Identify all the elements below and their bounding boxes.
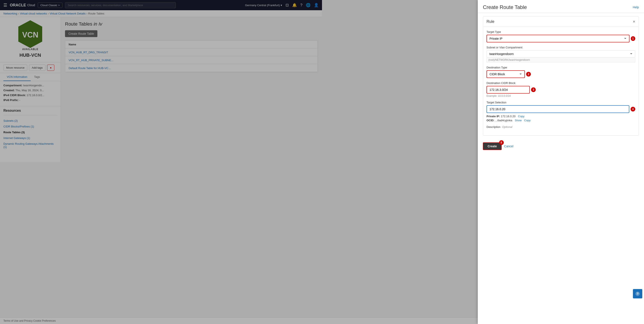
dialog-overlay: Create Route Table Help Rule × Target Ty… [0, 0, 322, 162]
